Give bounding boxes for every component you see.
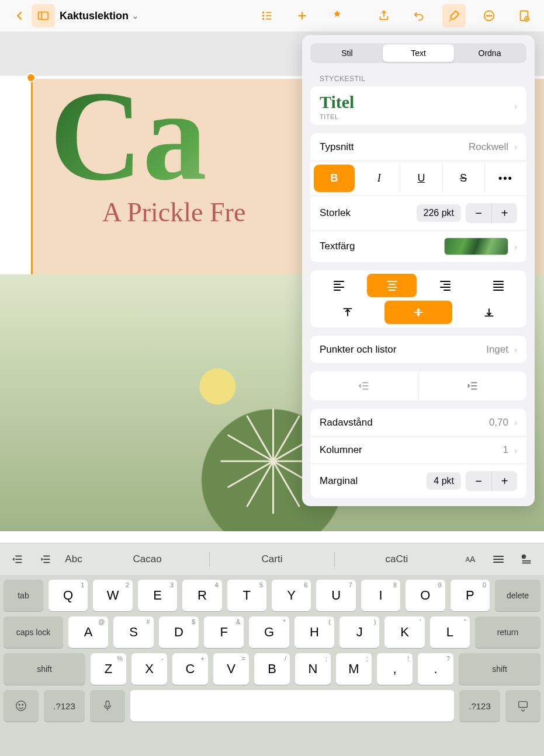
key-mic[interactable] [90, 690, 125, 722]
back-button[interactable] [8, 4, 32, 27]
margin-increase[interactable]: + [491, 471, 517, 491]
toolbar: Kaktuslektion ⌄ [0, 0, 544, 32]
tab-arrange[interactable]: Ordna [454, 44, 525, 62]
key-p[interactable]: 0P [451, 580, 490, 611]
key-z[interactable]: %Z [91, 653, 126, 685]
key-t[interactable]: 5T [227, 580, 266, 611]
key-shift-right[interactable]: shift [459, 653, 540, 685]
bullets-label: Punkter och listor [320, 344, 396, 356]
undo-button[interactable] [407, 4, 431, 27]
key-r[interactable]: 4R [182, 580, 221, 611]
key-l[interactable]: "L [430, 616, 470, 648]
panel-tabs: Stil Text Ordna [310, 43, 526, 63]
key-x[interactable]: -X [131, 653, 167, 685]
add-button[interactable] [290, 4, 314, 27]
key-numbers-right[interactable]: .?123 [459, 690, 500, 722]
key-shift-left[interactable]: shift [4, 653, 85, 685]
key-s[interactable]: #S [113, 616, 153, 648]
share-button[interactable] [372, 4, 396, 27]
columns-row[interactable]: Kolumner 1 › [310, 436, 526, 464]
more-button[interactable] [477, 4, 501, 27]
key-delete[interactable]: delete [495, 580, 540, 611]
columns-label: Kolumner [320, 444, 362, 456]
key-i[interactable]: 8I [361, 580, 400, 611]
key-k[interactable]: 'K [384, 616, 424, 648]
valign-top-button[interactable] [314, 301, 381, 324]
selection-handle[interactable] [26, 73, 36, 82]
size-value[interactable]: 226 pkt [417, 204, 461, 222]
align-button[interactable] [487, 548, 510, 571]
svg-rect-44 [106, 701, 109, 707]
sidebar-toggle[interactable] [32, 4, 55, 27]
align-right-button[interactable] [420, 274, 470, 297]
margin-value[interactable]: 4 pkt [427, 472, 461, 490]
list-indent-left-icon[interactable] [6, 548, 29, 571]
suggestion-1[interactable]: Cacao [90, 553, 205, 565]
key-w[interactable]: 2W [93, 580, 132, 611]
key-dismiss[interactable] [505, 690, 540, 722]
abc-button[interactable]: Abc [62, 548, 85, 571]
underline-button[interactable]: U [400, 165, 442, 192]
key-q[interactable]: 1Q [48, 580, 88, 611]
text-size-button[interactable]: AA [459, 548, 482, 571]
suggestion-2[interactable]: Carti [214, 553, 329, 565]
key-y[interactable]: 6Y [272, 580, 311, 611]
outdent-button[interactable] [310, 371, 418, 400]
valign-middle-button[interactable] [384, 301, 452, 324]
text-color-row[interactable]: Textfärg › [310, 230, 526, 262]
insert-button[interactable] [515, 548, 538, 571]
key-f[interactable]: &F [204, 616, 244, 648]
bullets-row[interactable]: Punkter och listor Inget › [310, 336, 526, 363]
tools-button[interactable] [325, 4, 349, 27]
font-row[interactable]: Typsnitt Rockwell › [310, 133, 526, 161]
key-d[interactable]: $D [159, 616, 199, 648]
key-return[interactable]: return [475, 616, 540, 648]
line-spacing-row[interactable]: Radavstånd 0,70 › [310, 409, 526, 436]
bold-button[interactable]: B [314, 165, 355, 192]
key-b[interactable]: /B [254, 653, 290, 685]
tab-text[interactable]: Text [383, 44, 454, 62]
key-o[interactable]: 9O [406, 580, 445, 611]
size-increase[interactable]: + [491, 203, 517, 223]
key-g[interactable]: *G [249, 616, 289, 648]
key-numbers-left[interactable]: .?123 [44, 690, 85, 722]
separator [209, 552, 210, 567]
more-styles-button[interactable]: ••• [484, 165, 526, 192]
format-brush-button[interactable] [442, 4, 466, 27]
key-capslock[interactable]: caps lock [4, 616, 63, 648]
separator [334, 552, 335, 567]
key-tab[interactable]: tab [4, 580, 43, 611]
key-h[interactable]: (H [294, 616, 334, 648]
key-comma[interactable]: !, [377, 653, 413, 685]
color-swatch[interactable] [444, 238, 508, 255]
valign-bottom-button[interactable] [456, 301, 523, 324]
key-u[interactable]: 7U [316, 580, 355, 611]
key-a[interactable]: @A [68, 616, 108, 648]
key-v[interactable]: =V [213, 653, 249, 685]
svg-point-12 [488, 15, 490, 16]
key-e[interactable]: 3E [138, 580, 177, 611]
align-center-button[interactable] [367, 274, 417, 297]
key-m[interactable]: :M [336, 653, 372, 685]
suggestion-3[interactable]: caCti [339, 553, 454, 565]
indent-button[interactable] [418, 371, 527, 400]
key-period[interactable]: ?. [418, 653, 453, 685]
italic-button[interactable]: I [358, 165, 400, 192]
key-c[interactable]: +C [172, 653, 208, 685]
document-title[interactable]: Kaktuslektion ⌄ [60, 10, 138, 22]
align-justify-button[interactable] [473, 274, 523, 297]
paragraph-style-row[interactable]: Titel TITEL › [310, 86, 526, 125]
outline-button[interactable] [255, 4, 279, 27]
key-j[interactable]: )J [339, 616, 379, 648]
key-emoji[interactable] [4, 690, 39, 722]
list-indent-right-icon[interactable] [34, 548, 57, 571]
key-space[interactable] [130, 690, 454, 722]
tab-style[interactable]: Stil [311, 44, 383, 62]
align-left-button[interactable] [314, 274, 363, 297]
size-decrease[interactable]: − [466, 203, 491, 223]
key-n[interactable]: ;N [295, 653, 331, 685]
margin-decrease[interactable]: − [466, 471, 491, 491]
document-settings-button[interactable] [512, 4, 536, 27]
strikethrough-button[interactable]: S [442, 165, 484, 192]
format-panel: Stil Text Ordna STYCKESTIL Titel TITEL ›… [302, 35, 535, 506]
